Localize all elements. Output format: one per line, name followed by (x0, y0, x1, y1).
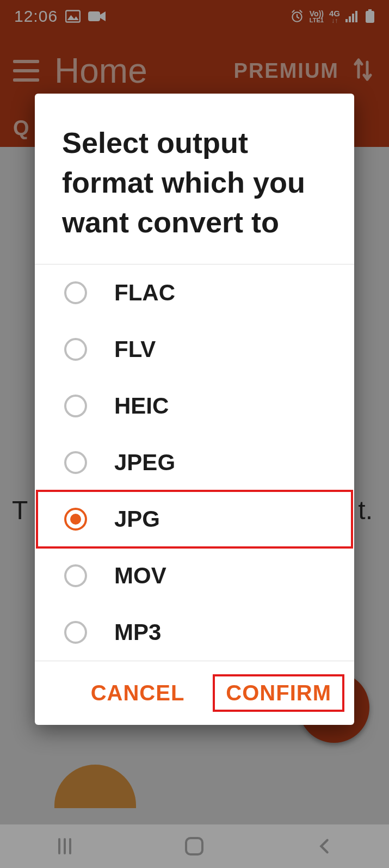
cancel-button[interactable]: CANCEL (81, 678, 195, 709)
option-label: JPEG (114, 450, 175, 476)
format-option-mov[interactable]: MOV (35, 547, 354, 604)
option-label: FLV (114, 336, 156, 362)
option-label: JPG (114, 506, 160, 532)
radio-icon (64, 621, 87, 644)
radio-icon (64, 564, 87, 587)
radio-icon (64, 338, 87, 361)
confirm-button[interactable]: CONFIRM (216, 678, 341, 709)
option-label: MOV (114, 563, 166, 589)
radio-icon (64, 395, 87, 417)
format-option-jpeg[interactable]: JPEG (35, 434, 354, 491)
dialog-title: Select output format which you want conv… (35, 94, 354, 264)
radio-icon (64, 451, 87, 474)
format-option-flac[interactable]: FLAC (35, 264, 354, 321)
format-option-jpg[interactable]: JPG (37, 491, 352, 547)
format-option-flv[interactable]: FLV (35, 321, 354, 378)
format-dialog: Select output format which you want conv… (35, 94, 354, 725)
option-label: FLAC (114, 280, 175, 306)
option-label: HEIC (114, 393, 169, 419)
format-option-list[interactable]: FLAC FLV HEIC JPEG JPG MOV MP3 (35, 264, 354, 661)
radio-selected-icon (64, 508, 87, 531)
dialog-actions: CANCEL CONFIRM (35, 661, 354, 725)
option-label: MP3 (114, 619, 161, 645)
format-option-heic[interactable]: HEIC (35, 378, 354, 434)
radio-icon (64, 281, 87, 304)
format-option-mp3[interactable]: MP3 (35, 604, 354, 661)
